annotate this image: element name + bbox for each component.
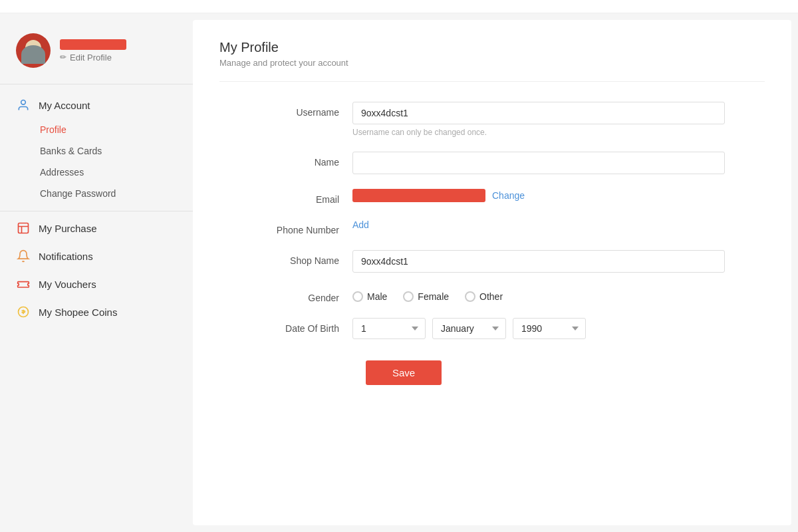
sidebar-item-banks-cards[interactable]: Banks & Cards [0,140,193,162]
notifications-label: Notifications [39,251,93,262]
shop-name-label: Shop Name [259,250,352,266]
phone-row: Phone Number Add [259,219,725,235]
purchase-icon [16,221,31,235]
sidebar-item-my-account[interactable]: My Account [0,91,193,119]
username-row: Username Username can only be changed on… [259,102,725,137]
dob-input-wrap: 12345 678910 1112131415 1617181920 21222… [352,318,725,339]
my-shopee-coins-label: My Shopee Coins [39,307,117,318]
email-input-wrap: Change [352,189,725,202]
phone-add-link[interactable]: Add [352,219,369,230]
sidebar-item-my-vouchers[interactable]: My Vouchers [0,270,193,298]
edit-profile-label: Edit Profile [70,53,112,63]
pencil-icon: ✏ [60,53,66,62]
email-change-link[interactable]: Change [492,190,525,201]
sidebar-item-profile[interactable]: Profile [0,119,193,140]
sidebar: ✏ Edit Profile My Account Profile [0,13,193,532]
sidebar-divider-2 [0,211,193,211]
shop-name-row: Shop Name [259,250,725,273]
sidebar-item-notifications[interactable]: Notifications [0,242,193,270]
main-content: My Profile Manage and protect your accou… [193,20,791,525]
dob-row: Date Of Birth 12345 678910 1112131415 16… [259,318,725,339]
avatar [16,33,51,68]
svg-point-0 [21,100,26,105]
phone-label: Phone Number [259,219,352,235]
svg-rect-1 [19,223,29,233]
name-input-wrap [352,152,725,174]
phone-input-wrap: Add [352,219,725,230]
my-purchase-label: My Purchase [39,223,97,234]
email-row: Email Change [259,189,725,205]
top-bar [0,0,798,13]
name-row: Name [259,152,725,174]
username-input-wrap: Username can only be changed once. [352,102,725,137]
dob-year-select[interactable]: 19901991199219931994 198519802000 [513,318,586,339]
radio-female [403,291,414,302]
gender-other-label: Other [479,291,503,302]
profile-form: Username Username can only be changed on… [259,102,725,385]
email-label: Email [259,189,352,205]
gender-male[interactable]: Male [352,291,387,302]
sidebar-divider [0,84,193,84]
dob-month-select[interactable]: JanuaryFebruaryMarchApril MayJuneJulyAug… [432,318,506,339]
edit-profile-link[interactable]: ✏ Edit Profile [60,53,126,63]
username-redacted [60,39,126,50]
user-info: ✏ Edit Profile [60,39,126,63]
coins-icon [16,305,31,319]
email-redacted [352,189,485,202]
sidebar-user-section: ✏ Edit Profile [0,27,193,81]
dob-label: Date Of Birth [259,318,352,334]
form-actions: Save [259,354,725,385]
gender-female[interactable]: Female [403,291,449,302]
name-label: Name [259,152,352,168]
page-title: My Profile [219,40,765,55]
radio-other [465,291,475,302]
username-hint: Username can only be changed once. [352,128,725,137]
gender-options-wrap: Male Female Other [352,287,725,302]
radio-male [352,291,363,302]
shop-name-input-wrap [352,250,725,273]
shop-name-input[interactable] [352,250,725,273]
notifications-icon [16,249,31,263]
gender-male-label: Male [367,291,387,302]
gender-female-label: Female [418,291,449,302]
email-content: Change [352,189,725,202]
username-input[interactable] [352,102,725,124]
username-label: Username [259,102,352,118]
vouchers-icon [16,277,31,291]
gender-other[interactable]: Other [465,291,503,302]
my-vouchers-label: My Vouchers [39,279,96,290]
dob-day-select[interactable]: 12345 678910 1112131415 1617181920 21222… [352,318,426,339]
sidebar-item-my-purchase[interactable]: My Purchase [0,214,193,242]
sidebar-item-my-shopee-coins[interactable]: My Shopee Coins [0,298,193,326]
gender-row: Gender Male Female Other [259,287,725,303]
sidebar-item-addresses[interactable]: Addresses [0,162,193,183]
page-subtitle: Manage and protect your account [219,58,765,82]
gender-label: Gender [259,287,352,303]
save-button[interactable]: Save [366,360,442,385]
dob-selects: 12345 678910 1112131415 1617181920 21222… [352,318,725,339]
name-input[interactable] [352,152,725,174]
my-account-section: My Account Profile Banks & Cards Address… [0,87,193,208]
sidebar-item-change-password[interactable]: Change Password [0,183,193,204]
account-icon [16,98,31,112]
gender-options: Male Female Other [352,287,725,302]
page-layout: ✏ Edit Profile My Account Profile [0,13,798,532]
my-account-label: My Account [39,100,90,111]
